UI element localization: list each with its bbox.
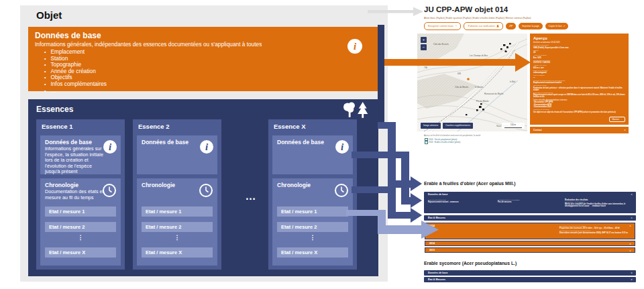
chevron-down-icon[interactable]: ∨ — [631, 277, 633, 282]
essence-chrono-box: Chronologie Etat / mesure 1 Etat / mesur… — [137, 178, 217, 266]
db-col-value: Mérite plus complété par l'érable à feui… — [565, 203, 632, 207]
show-more-button[interactable]: Montrer → — [609, 117, 625, 122]
apercu-value: VWE (Publié). Export possible à 2 ans ma… — [533, 47, 625, 49]
etat-mesure-row: Etat / mesure X — [142, 247, 213, 257]
apercu-value: Emplacement exactement localisé — [533, 82, 625, 84]
entry-value: Deux arbres mesurés (voir documentation … — [559, 232, 632, 234]
base-data-box: Données de base Informations générales, … — [28, 27, 378, 91]
copy-label: Copier le lien — [549, 23, 562, 30]
apercu-objective: Production de bois précieux – sélection … — [533, 87, 625, 91]
entry-2014[interactable]: 2014 ∨ — [425, 241, 635, 246]
info-icon — [103, 140, 117, 154]
entry-year: 2014 — [425, 241, 635, 245]
clock-icon — [334, 183, 349, 198]
object-marker — [467, 78, 470, 80]
map-label: le Biel — [510, 80, 515, 83]
map-label: Les Champs du Bez — [470, 54, 488, 57]
print-button[interactable]: Imprimer la page — [519, 23, 542, 30]
map-label: Restaurant du Moulin — [484, 93, 504, 95]
photo-link-label: 2014 : Erable à feuilles d'obier (photo) — [429, 141, 460, 143]
chevron-down-icon[interactable]: ∨ — [631, 270, 633, 276]
etat-mesures-label: État & Mesures — [424, 215, 636, 221]
clock-icon — [102, 183, 117, 198]
info-icon — [335, 140, 349, 154]
apercu-value: 2'575'575 / 1'245'500 — [533, 62, 625, 64]
etat-mesures-bar-obier[interactable]: État & Mesures ∧ — [424, 215, 636, 221]
rows-ellipsis: ⋮ — [142, 234, 213, 241]
bullet: Emplacement — [44, 49, 372, 56]
essence-title: Essence 2 — [133, 119, 221, 132]
photo-link[interactable]: 2014 : Erable à feuilles d'obier (photo) — [425, 141, 460, 144]
entry-value: Proportions des essences: 20 ér obier – … — [559, 227, 632, 229]
apercu-value: 650 m s. mer — [533, 67, 625, 69]
favorite-label: Enregistrer comme favori — [428, 23, 453, 30]
map-scale: 100 m — [502, 123, 525, 129]
chevron-up-icon[interactable]: ∧ — [631, 193, 633, 196]
essence-db-box: Données de base — [272, 135, 353, 174]
apercu-updated: Dernière actualisation: 09.03.2023 — [533, 42, 625, 44]
page-title: JU CPP-APW objet 014 — [424, 5, 508, 13]
copy-link-button[interactable]: Copier le lien ↗ — [545, 23, 569, 30]
map-label: 693 — [458, 72, 461, 75]
etat-mesure-row: Etat / mesure 1 — [142, 207, 213, 217]
essence-title: Essence 1 — [36, 119, 125, 132]
contact-accordion[interactable]: Contact ∨ — [530, 127, 629, 133]
essence-chrono-body: Documentation des états et mesure au fil… — [45, 189, 104, 200]
bullet: Année de création — [44, 68, 372, 75]
bell-icon — [496, 25, 499, 28]
essence-chrono-box: Chronologie Etat / mesure 1 Etat / mesur… — [272, 178, 353, 266]
notifications-button[interactable]: S'abonner aux notifications — [464, 22, 503, 30]
aerial-image-button[interactable]: Image aérienne — [421, 123, 441, 129]
map-zoom-in-button[interactable]: + — [421, 37, 427, 43]
map-label: 736 — [424, 66, 427, 69]
apercu-link[interactable]: › Documentation 2020 — [533, 106, 625, 108]
link-icon: ↗ — [564, 23, 566, 30]
etat-mesures-bar-sycomore[interactable]: État & Mesures ∨ — [424, 277, 636, 282]
species-links[interactable]: Alisier blanc (Fayllan) | Erable sycomor… — [424, 17, 531, 19]
zip-button[interactable]: ZIP — [506, 23, 516, 30]
etat-mesure-row: Etat / mesure X — [277, 247, 348, 257]
diagram-panel: Objet Données de base Informations génér… — [20, 5, 388, 282]
essence-db-box: Données de base — [137, 135, 217, 174]
extra-layers-button[interactable]: Couches supplémentaires — [443, 123, 473, 129]
essence-column-x: Essence X Données de base Chronologie Et… — [268, 119, 357, 270]
apercu-source: Cet objet est un objet du réseau de l'as… — [533, 111, 625, 113]
favorite-button[interactable]: Enregistrer comme favori ☆ — [424, 22, 461, 30]
map[interactable]: + − Côte des Esserts Les Champs du Bez 7… — [417, 34, 527, 131]
chevron-up-icon[interactable]: ∧ — [631, 215, 633, 221]
etat-mesure-row: Etat / mesure X — [45, 247, 116, 257]
db-label: Données de base — [424, 270, 636, 276]
entry-2024[interactable]: 2024 ∧ Remarques sur l'état et les objec… — [425, 223, 635, 239]
info-icon — [200, 140, 213, 154]
apercu-title: Aperçu — [533, 36, 625, 40]
rows-ellipsis: ⋮ — [277, 234, 348, 241]
map-label: Côte du Moulin — [455, 86, 468, 89]
essence-db-box: Données de base informations générales s… — [40, 135, 121, 174]
print-label: Imprimer la page — [522, 23, 539, 30]
map-label: le Moulin — [475, 86, 483, 89]
bullet: Infos complémentaires — [44, 81, 372, 88]
base-data-title: Données de base — [35, 31, 372, 40]
entry-2013[interactable]: 2013 ∨ — [425, 247, 635, 253]
db-panel-obier[interactable]: Données de base ∧ Type de rajeunissement… — [424, 192, 636, 213]
apercu-value: — — [533, 77, 625, 79]
apercu-value: Env. 1975 — [533, 57, 625, 59]
apercu-value: JU — [533, 52, 625, 54]
contact-label: Contact — [533, 129, 542, 131]
essences-box: Essences Essence 1 Données de base infor… — [28, 99, 378, 276]
apercu-links: Liens vers des documentations externes: … — [533, 99, 625, 109]
etat-mesure-row: Etat / mesure 2 — [277, 222, 348, 232]
star-icon: ☆ — [455, 23, 458, 30]
rows-ellipsis: ⋮ — [45, 234, 116, 241]
db-bar-sycomore[interactable]: Données de base ∨ — [424, 270, 636, 276]
etat-mesure-row: Etat / mesure 1 — [45, 207, 116, 217]
photo-thumbnail[interactable] — [430, 144, 450, 176]
chevron-down-icon[interactable]: ∨ — [629, 248, 631, 253]
map-zoom-out-button[interactable]: − — [421, 44, 427, 50]
photo-caption: Aperçu en fin d'été à la bordure nord-ou… — [424, 134, 480, 137]
base-data-bullets: Emplacement Station Topographie Année de… — [35, 49, 372, 94]
section-title-obier: Erable à feuilles d'obier (Acer opalus M… — [424, 181, 515, 186]
info-icon — [347, 39, 362, 54]
section-title-sycomore: Erable sycomore (Acer pseudoplatanus L.) — [424, 261, 517, 266]
chevron-down-icon[interactable]: ∨ — [629, 241, 631, 247]
